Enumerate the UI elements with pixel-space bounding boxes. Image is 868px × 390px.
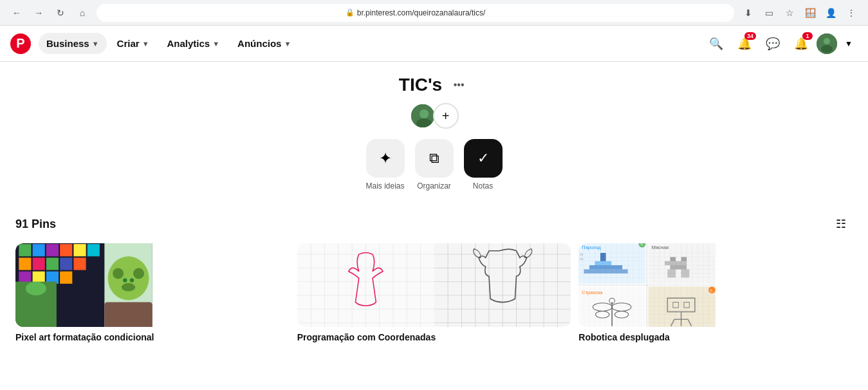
notas-button[interactable]: ✓ <box>464 139 503 178</box>
organizar-label: Organizar <box>417 181 451 190</box>
lock-icon: 🔒 <box>346 8 355 17</box>
criar-label: Criar <box>117 38 140 49</box>
forward-button[interactable]: → <box>30 4 48 22</box>
svg-rect-15 <box>46 257 59 270</box>
analytics-chevron: ▼ <box>212 40 219 48</box>
filter-icon: ☷ <box>836 217 846 231</box>
svg-text:Мясная: Мясная <box>652 245 669 250</box>
address-bar[interactable]: 🔒 br.pinterest.com/queirozanalaura/tics/ <box>97 4 734 22</box>
bookmark-button[interactable]: ☆ <box>780 4 799 22</box>
pin-2-title: Programação com Coordenadas <box>297 330 571 345</box>
back-button[interactable]: ← <box>8 4 26 22</box>
messages-button[interactable]: 💬 <box>760 31 786 57</box>
svg-point-27 <box>133 268 144 279</box>
svg-rect-21 <box>60 272 72 284</box>
svg-point-29 <box>130 278 134 282</box>
board-menu-icon: ••• <box>454 79 465 91</box>
board-header: TIC's ••• + ✦ Ma <box>0 62 868 212</box>
url-text: br.pinterest.com/queirozanalaura/tics/ <box>357 8 485 17</box>
pin-item: Пароход <box>578 243 853 345</box>
svg-text:24: 24 <box>580 257 584 261</box>
svg-rect-86 <box>595 261 601 265</box>
board-collaborators: + <box>0 103 868 129</box>
svg-point-5 <box>416 118 432 129</box>
notifications-badge: 34 <box>744 32 756 40</box>
mais-ideias-button[interactable]: ✦ <box>366 139 405 178</box>
alerts-button[interactable]: 🔔 1 <box>788 31 814 57</box>
svg-rect-144 <box>649 286 716 327</box>
logo-letter: P <box>16 36 24 51</box>
board-actions: ✦ Mais ideias ⧉ Organizar ✓ Notas <box>0 139 868 190</box>
user-avatar[interactable] <box>817 33 837 54</box>
business-label: Business <box>46 38 89 49</box>
svg-text:✎: ✎ <box>640 243 643 246</box>
pinterest-nav: P Business ▼ Criar ▼ Analytics ▼ Anúncio… <box>0 26 868 62</box>
extensions-button[interactable]: 🪟 <box>801 4 819 22</box>
svg-rect-13 <box>19 257 31 270</box>
svg-rect-88 <box>606 261 612 265</box>
anuncios-chevron: ▼ <box>284 40 291 48</box>
svg-rect-8 <box>33 244 45 256</box>
pin-3-visual[interactable]: Пароход <box>578 243 853 327</box>
nav-business[interactable]: Business ▼ <box>39 33 107 54</box>
pins-row: 91 Pins ☷ <box>0 212 868 243</box>
pin-2-visual[interactable] <box>297 243 571 327</box>
anuncios-label: Anúncios <box>237 38 281 49</box>
business-chevron: ▼ <box>92 40 99 48</box>
svg-rect-14 <box>33 257 45 270</box>
board-title-row: TIC's ••• <box>0 75 868 95</box>
notas-group: ✓ Notas <box>464 139 503 190</box>
organize-icon: ⧉ <box>429 150 439 167</box>
board-title: TIC's <box>399 75 442 95</box>
organizar-button[interactable]: ⧉ <box>415 139 454 178</box>
nav-right-section: 🔍 🔔 34 💬 🔔 1 ▼ <box>703 31 858 57</box>
nav-anuncios[interactable]: Anúncios ▼ <box>230 33 299 54</box>
svg-rect-117 <box>681 270 690 278</box>
pins-grid: Pixel art formatação condicional <box>0 243 868 360</box>
svg-rect-89 <box>589 265 622 269</box>
svg-point-25 <box>108 256 149 300</box>
main-content: TIC's ••• + ✦ Ma <box>0 62 868 390</box>
collaborator-image <box>411 104 436 129</box>
pin-3-image: Пароход <box>578 243 853 327</box>
svg-rect-9 <box>46 244 59 256</box>
sparkle-icon: ✦ <box>379 149 392 167</box>
svg-text:25: 25 <box>580 253 584 256</box>
pin-item: Programação com Coordenadas <box>297 243 571 345</box>
notifications-button[interactable]: 🔔 34 <box>732 31 757 57</box>
pinterest-logo[interactable]: P <box>10 33 31 54</box>
svg-rect-114 <box>665 261 687 265</box>
svg-point-28 <box>123 278 127 282</box>
pin-3-title: Robotica desplugada <box>578 330 853 345</box>
user-dropdown-button[interactable]: ▼ <box>840 35 858 53</box>
mais-ideias-label: Mais ideias <box>365 181 404 190</box>
download-button[interactable]: ⬇ <box>739 4 757 22</box>
svg-text:✎: ✎ <box>710 288 714 293</box>
plus-icon: + <box>442 109 450 124</box>
pin-1-visual[interactable] <box>15 243 290 327</box>
url-display: 🔒 br.pinterest.com/queirozanalaura/tics/ <box>104 8 726 17</box>
add-collaborator-button[interactable]: + <box>433 103 459 129</box>
svg-point-30 <box>122 283 135 292</box>
profile-button[interactable]: 👤 <box>822 4 840 22</box>
svg-point-23 <box>26 282 46 295</box>
search-button[interactable]: 🔍 <box>703 31 729 57</box>
pin-1-image <box>15 243 290 327</box>
analytics-label: Analytics <box>167 38 210 49</box>
nav-analytics[interactable]: Analytics ▼ <box>160 33 228 54</box>
reload-button[interactable]: ↻ <box>51 4 69 22</box>
mais-ideias-group: ✦ Mais ideias <box>365 139 404 190</box>
criar-chevron: ▼ <box>142 40 149 48</box>
message-icon: 💬 <box>766 37 780 51</box>
svg-rect-90 <box>584 270 628 274</box>
more-button[interactable]: ⋮ <box>842 4 860 22</box>
filter-button[interactable]: ☷ <box>829 212 853 236</box>
home-button[interactable]: ⌂ <box>73 4 91 22</box>
svg-point-1 <box>824 38 830 44</box>
svg-text:Стрекоза: Стрекоза <box>582 290 604 295</box>
svg-text:Пароход: Пароход <box>582 245 602 250</box>
board-menu-button[interactable]: ••• <box>448 75 469 95</box>
nav-criar[interactable]: Criar ▼ <box>109 33 157 54</box>
svg-rect-31 <box>104 302 152 327</box>
cast-button[interactable]: ▭ <box>760 4 778 22</box>
